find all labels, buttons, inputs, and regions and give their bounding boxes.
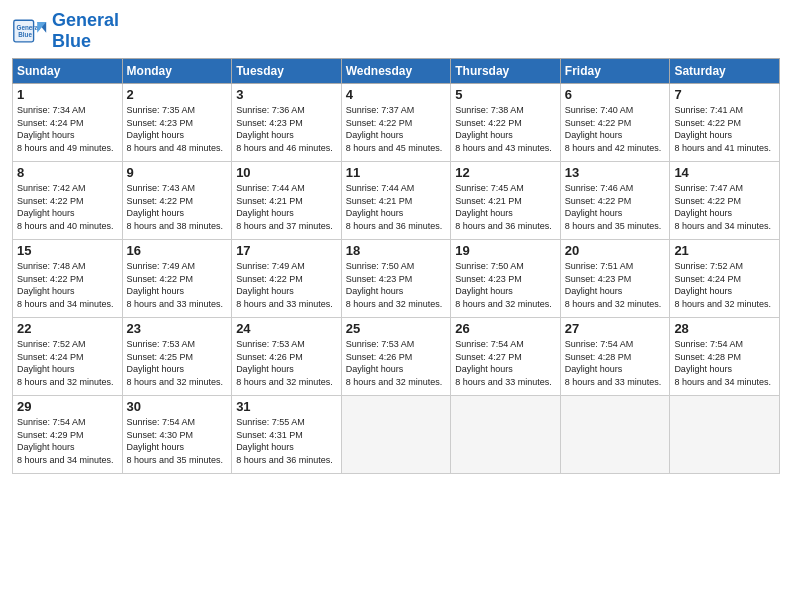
day-number: 29 (17, 399, 118, 414)
header: General Blue General Blue (12, 10, 780, 52)
day-info: Sunrise: 7:35 AMSunset: 4:23 PMDaylight … (127, 104, 228, 154)
calendar-cell: 21Sunrise: 7:52 AMSunset: 4:24 PMDayligh… (670, 240, 780, 318)
calendar-cell: 4Sunrise: 7:37 AMSunset: 4:22 PMDaylight… (341, 84, 451, 162)
day-info: Sunrise: 7:55 AMSunset: 4:31 PMDaylight … (236, 416, 337, 466)
calendar-cell: 29Sunrise: 7:54 AMSunset: 4:29 PMDayligh… (13, 396, 123, 474)
logo: General Blue General Blue (12, 10, 119, 52)
calendar-cell (670, 396, 780, 474)
calendar-cell: 27Sunrise: 7:54 AMSunset: 4:28 PMDayligh… (560, 318, 670, 396)
day-info: Sunrise: 7:52 AMSunset: 4:24 PMDaylight … (17, 338, 118, 388)
calendar-cell: 30Sunrise: 7:54 AMSunset: 4:30 PMDayligh… (122, 396, 232, 474)
day-number: 22 (17, 321, 118, 336)
svg-text:Blue: Blue (18, 31, 32, 38)
day-number: 21 (674, 243, 775, 258)
day-info: Sunrise: 7:40 AMSunset: 4:22 PMDaylight … (565, 104, 666, 154)
day-number: 24 (236, 321, 337, 336)
weekday-header-row: SundayMondayTuesdayWednesdayThursdayFrid… (13, 59, 780, 84)
calendar-cell: 7Sunrise: 7:41 AMSunset: 4:22 PMDaylight… (670, 84, 780, 162)
day-number: 9 (127, 165, 228, 180)
day-number: 18 (346, 243, 447, 258)
day-number: 1 (17, 87, 118, 102)
day-info: Sunrise: 7:46 AMSunset: 4:22 PMDaylight … (565, 182, 666, 232)
day-number: 10 (236, 165, 337, 180)
day-number: 6 (565, 87, 666, 102)
day-info: Sunrise: 7:53 AMSunset: 4:25 PMDaylight … (127, 338, 228, 388)
calendar-cell: 17Sunrise: 7:49 AMSunset: 4:22 PMDayligh… (232, 240, 342, 318)
calendar-cell: 1Sunrise: 7:34 AMSunset: 4:24 PMDaylight… (13, 84, 123, 162)
calendar-cell: 9Sunrise: 7:43 AMSunset: 4:22 PMDaylight… (122, 162, 232, 240)
calendar-cell: 3Sunrise: 7:36 AMSunset: 4:23 PMDaylight… (232, 84, 342, 162)
calendar-cell: 11Sunrise: 7:44 AMSunset: 4:21 PMDayligh… (341, 162, 451, 240)
day-number: 15 (17, 243, 118, 258)
day-number: 7 (674, 87, 775, 102)
day-number: 5 (455, 87, 556, 102)
day-info: Sunrise: 7:42 AMSunset: 4:22 PMDaylight … (17, 182, 118, 232)
calendar-cell: 2Sunrise: 7:35 AMSunset: 4:23 PMDaylight… (122, 84, 232, 162)
day-info: Sunrise: 7:49 AMSunset: 4:22 PMDaylight … (236, 260, 337, 310)
day-info: Sunrise: 7:54 AMSunset: 4:29 PMDaylight … (17, 416, 118, 466)
calendar-week-row: 8Sunrise: 7:42 AMSunset: 4:22 PMDaylight… (13, 162, 780, 240)
day-number: 23 (127, 321, 228, 336)
day-info: Sunrise: 7:38 AMSunset: 4:22 PMDaylight … (455, 104, 556, 154)
day-number: 8 (17, 165, 118, 180)
day-number: 3 (236, 87, 337, 102)
day-info: Sunrise: 7:54 AMSunset: 4:27 PMDaylight … (455, 338, 556, 388)
calendar-week-row: 1Sunrise: 7:34 AMSunset: 4:24 PMDaylight… (13, 84, 780, 162)
calendar-week-row: 15Sunrise: 7:48 AMSunset: 4:22 PMDayligh… (13, 240, 780, 318)
logo-blue: Blue (52, 31, 91, 51)
calendar-cell: 18Sunrise: 7:50 AMSunset: 4:23 PMDayligh… (341, 240, 451, 318)
calendar-cell: 5Sunrise: 7:38 AMSunset: 4:22 PMDaylight… (451, 84, 561, 162)
calendar-cell (560, 396, 670, 474)
day-info: Sunrise: 7:41 AMSunset: 4:22 PMDaylight … (674, 104, 775, 154)
calendar-cell: 19Sunrise: 7:50 AMSunset: 4:23 PMDayligh… (451, 240, 561, 318)
day-info: Sunrise: 7:54 AMSunset: 4:28 PMDaylight … (565, 338, 666, 388)
calendar-table: SundayMondayTuesdayWednesdayThursdayFrid… (12, 58, 780, 474)
day-number: 25 (346, 321, 447, 336)
day-info: Sunrise: 7:54 AMSunset: 4:28 PMDaylight … (674, 338, 775, 388)
calendar-cell (451, 396, 561, 474)
day-number: 27 (565, 321, 666, 336)
day-info: Sunrise: 7:34 AMSunset: 4:24 PMDaylight … (17, 104, 118, 154)
day-number: 30 (127, 399, 228, 414)
day-number: 19 (455, 243, 556, 258)
weekday-header: Monday (122, 59, 232, 84)
calendar-cell: 15Sunrise: 7:48 AMSunset: 4:22 PMDayligh… (13, 240, 123, 318)
calendar-cell: 26Sunrise: 7:54 AMSunset: 4:27 PMDayligh… (451, 318, 561, 396)
day-number: 11 (346, 165, 447, 180)
logo-text: General Blue (52, 10, 119, 52)
calendar-cell: 10Sunrise: 7:44 AMSunset: 4:21 PMDayligh… (232, 162, 342, 240)
calendar-cell: 16Sunrise: 7:49 AMSunset: 4:22 PMDayligh… (122, 240, 232, 318)
calendar-cell: 31Sunrise: 7:55 AMSunset: 4:31 PMDayligh… (232, 396, 342, 474)
day-info: Sunrise: 7:48 AMSunset: 4:22 PMDaylight … (17, 260, 118, 310)
weekday-header: Sunday (13, 59, 123, 84)
day-number: 31 (236, 399, 337, 414)
day-info: Sunrise: 7:44 AMSunset: 4:21 PMDaylight … (236, 182, 337, 232)
day-info: Sunrise: 7:47 AMSunset: 4:22 PMDaylight … (674, 182, 775, 232)
calendar-week-row: 22Sunrise: 7:52 AMSunset: 4:24 PMDayligh… (13, 318, 780, 396)
calendar-cell (341, 396, 451, 474)
day-number: 14 (674, 165, 775, 180)
day-info: Sunrise: 7:52 AMSunset: 4:24 PMDaylight … (674, 260, 775, 310)
main-container: General Blue General Blue SundayMondayTu… (0, 0, 792, 482)
svg-text:General: General (17, 24, 41, 31)
day-number: 2 (127, 87, 228, 102)
calendar-cell: 8Sunrise: 7:42 AMSunset: 4:22 PMDaylight… (13, 162, 123, 240)
day-info: Sunrise: 7:54 AMSunset: 4:30 PMDaylight … (127, 416, 228, 466)
day-number: 12 (455, 165, 556, 180)
day-number: 26 (455, 321, 556, 336)
logo-icon: General Blue (12, 13, 48, 49)
calendar-week-row: 29Sunrise: 7:54 AMSunset: 4:29 PMDayligh… (13, 396, 780, 474)
day-info: Sunrise: 7:49 AMSunset: 4:22 PMDaylight … (127, 260, 228, 310)
day-info: Sunrise: 7:44 AMSunset: 4:21 PMDaylight … (346, 182, 447, 232)
logo-general: General (52, 10, 119, 30)
day-number: 4 (346, 87, 447, 102)
day-info: Sunrise: 7:36 AMSunset: 4:23 PMDaylight … (236, 104, 337, 154)
calendar-cell: 20Sunrise: 7:51 AMSunset: 4:23 PMDayligh… (560, 240, 670, 318)
weekday-header: Tuesday (232, 59, 342, 84)
calendar-cell: 14Sunrise: 7:47 AMSunset: 4:22 PMDayligh… (670, 162, 780, 240)
day-number: 13 (565, 165, 666, 180)
day-number: 17 (236, 243, 337, 258)
day-info: Sunrise: 7:51 AMSunset: 4:23 PMDaylight … (565, 260, 666, 310)
day-info: Sunrise: 7:50 AMSunset: 4:23 PMDaylight … (455, 260, 556, 310)
day-info: Sunrise: 7:45 AMSunset: 4:21 PMDaylight … (455, 182, 556, 232)
